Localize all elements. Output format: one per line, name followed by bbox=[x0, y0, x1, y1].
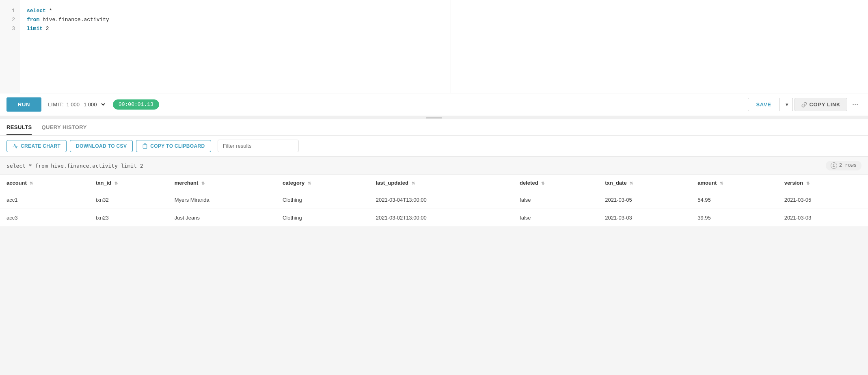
results-table: account ⇅ txn_id ⇅ merchant ⇅ category ⇅… bbox=[0, 175, 868, 227]
resize-handle-inner bbox=[426, 117, 442, 119]
results-table-container: account ⇅ txn_id ⇅ merchant ⇅ category ⇅… bbox=[0, 175, 868, 227]
query-display: select * from hive.finance.activity limi… bbox=[0, 157, 868, 175]
cell-last_updated-0: 2021-03-04T13:00:00 bbox=[369, 191, 513, 209]
more-options-button[interactable]: ··· bbox=[849, 99, 862, 110]
results-toolbar: CREATE CHART DOWNLOAD TO CSV COPY TO CLI… bbox=[0, 136, 868, 157]
table-row: acc3txn23Just JeansClothing2021-03-02T13… bbox=[0, 209, 868, 227]
sort-icon-last-updated: ⇅ bbox=[412, 181, 415, 185]
cell-deleted-1: false bbox=[513, 209, 598, 227]
chart-icon bbox=[13, 143, 18, 149]
col-header-txn-id[interactable]: txn_id ⇅ bbox=[89, 175, 168, 191]
copy-link-label: COPY LINK bbox=[810, 101, 840, 108]
download-csv-button[interactable]: DOWNLOAD TO CSV bbox=[70, 140, 133, 152]
clipboard-icon bbox=[142, 143, 148, 149]
col-header-txn-date[interactable]: txn_date ⇅ bbox=[598, 175, 691, 191]
cell-account-1: acc3 bbox=[0, 209, 89, 227]
tab-results[interactable]: RESULTS bbox=[6, 119, 32, 135]
cell-category-1: Clothing bbox=[276, 209, 369, 227]
col-header-last-updated[interactable]: last_updated ⇅ bbox=[369, 175, 513, 191]
link-icon bbox=[801, 102, 807, 108]
cell-version-0: 2021-03-05 bbox=[778, 191, 868, 209]
sort-icon-account: ⇅ bbox=[30, 181, 33, 185]
cell-category-0: Clothing bbox=[276, 191, 369, 209]
cell-amount-1: 39.95 bbox=[691, 209, 777, 227]
keyword-from: from bbox=[27, 17, 39, 23]
create-chart-label: CREATE CHART bbox=[21, 143, 60, 149]
copy-clipboard-label: COPY TO CLIPBOARD bbox=[150, 143, 205, 149]
line-number-1: 1 bbox=[5, 6, 15, 15]
resize-handle[interactable] bbox=[0, 116, 868, 119]
toolbar: RUN LIMIT: 1 000 1 000 5 000 10 000 00:0… bbox=[0, 93, 868, 116]
code-table: hive.finance.activity bbox=[43, 17, 109, 23]
col-header-account[interactable]: account ⇅ bbox=[0, 175, 89, 191]
cell-txn_id-1: txn23 bbox=[89, 209, 168, 227]
rows-count: 2 rows bbox=[839, 163, 857, 168]
col-header-deleted[interactable]: deleted ⇅ bbox=[513, 175, 598, 191]
copy-clipboard-button[interactable]: COPY TO CLIPBOARD bbox=[136, 140, 211, 152]
rows-badge: i 2 rows bbox=[826, 161, 862, 170]
line-numbers: 1 2 3 bbox=[0, 0, 20, 93]
tab-query-history[interactable]: QUERY HISTORY bbox=[41, 119, 86, 135]
cell-txn_id-0: txn32 bbox=[89, 191, 168, 209]
limit-section: LIMIT: 1 000 1 000 5 000 10 000 bbox=[48, 101, 106, 108]
cell-txn_date-1: 2021-03-03 bbox=[598, 209, 691, 227]
col-header-version[interactable]: version ⇅ bbox=[778, 175, 868, 191]
code-limit-value: 2 bbox=[46, 26, 49, 32]
save-dropdown-button[interactable]: ▾ bbox=[782, 98, 793, 111]
query-text: select * from hive.finance.activity limi… bbox=[6, 163, 143, 169]
cell-txn_date-0: 2021-03-05 bbox=[598, 191, 691, 209]
timer-badge: 00:00:01.13 bbox=[113, 99, 159, 110]
save-button[interactable]: SAVE bbox=[748, 98, 780, 111]
sort-icon-merchant: ⇅ bbox=[201, 181, 205, 185]
run-button[interactable]: RUN bbox=[6, 97, 41, 112]
sort-icon-deleted: ⇅ bbox=[541, 181, 544, 185]
editor-area: 1 2 3 select * from hive.finance.activit… bbox=[0, 0, 868, 93]
copy-link-button[interactable]: COPY LINK bbox=[795, 98, 847, 111]
cell-account-0: acc1 bbox=[0, 191, 89, 209]
sort-icon-category: ⇅ bbox=[308, 181, 311, 185]
filter-input[interactable] bbox=[218, 140, 299, 152]
table-row: acc1txn32Myers MirandaClothing2021-03-04… bbox=[0, 191, 868, 209]
col-header-merchant[interactable]: merchant ⇅ bbox=[168, 175, 276, 191]
keyword-limit: limit bbox=[27, 26, 43, 32]
line-number-3: 3 bbox=[5, 24, 15, 33]
cell-merchant-1: Just Jeans bbox=[168, 209, 276, 227]
limit-value: 1 000 bbox=[66, 101, 80, 108]
cell-last_updated-1: 2021-03-02T13:00:00 bbox=[369, 209, 513, 227]
cell-deleted-0: false bbox=[513, 191, 598, 209]
right-panel bbox=[451, 0, 868, 93]
sort-icon-version: ⇅ bbox=[806, 181, 810, 185]
code-editor[interactable]: select * from hive.finance.activity limi… bbox=[20, 0, 451, 93]
create-chart-button[interactable]: CREATE CHART bbox=[6, 140, 67, 152]
chevron-down-icon: ▾ bbox=[786, 101, 788, 108]
col-header-amount[interactable]: amount ⇅ bbox=[691, 175, 777, 191]
code-line-3: limit 2 bbox=[27, 24, 444, 33]
code-line-2: from hive.finance.activity bbox=[27, 15, 444, 24]
cell-version-1: 2021-03-03 bbox=[778, 209, 868, 227]
svg-rect-0 bbox=[144, 144, 146, 144]
sort-icon-amount: ⇅ bbox=[720, 181, 723, 185]
sort-icon-txn-date: ⇅ bbox=[630, 181, 633, 185]
info-icon: i bbox=[831, 162, 837, 169]
code-star: * bbox=[49, 8, 52, 14]
toolbar-right: SAVE ▾ COPY LINK ··· bbox=[748, 98, 862, 111]
col-header-category[interactable]: category ⇅ bbox=[276, 175, 369, 191]
code-line-1: select * bbox=[27, 6, 444, 15]
line-number-2: 2 bbox=[5, 15, 15, 24]
keyword-select: select bbox=[27, 8, 46, 14]
download-csv-label: DOWNLOAD TO CSV bbox=[76, 143, 127, 149]
cell-merchant-0: Myers Miranda bbox=[168, 191, 276, 209]
cell-amount-0: 54.95 bbox=[691, 191, 777, 209]
sort-icon-txn-id: ⇅ bbox=[114, 181, 118, 185]
table-header-row: account ⇅ txn_id ⇅ merchant ⇅ category ⇅… bbox=[0, 175, 868, 191]
limit-select[interactable]: 1 000 5 000 10 000 bbox=[82, 101, 106, 108]
tabs-bar: RESULTS QUERY HISTORY bbox=[0, 119, 868, 136]
limit-label: LIMIT: bbox=[48, 101, 64, 108]
